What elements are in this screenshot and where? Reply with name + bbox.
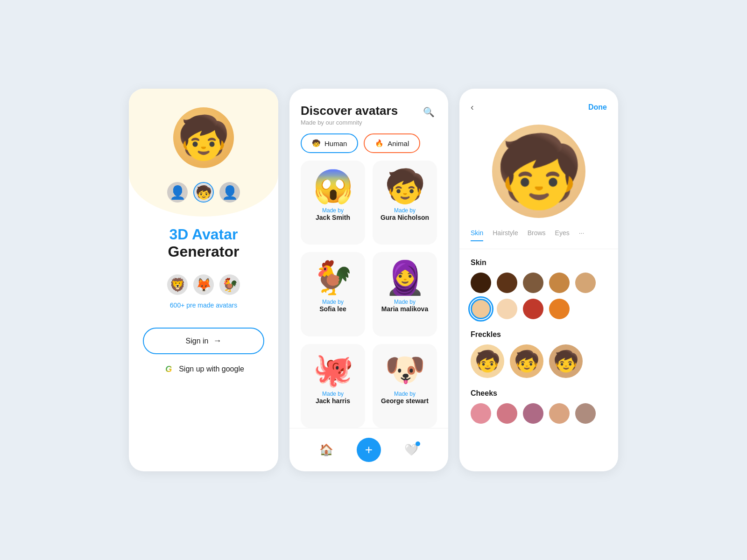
tab-eyes[interactable]: Eyes bbox=[555, 229, 570, 241]
screens-container: 🧒 👤 🧒 👤 3D Avatar Generator bbox=[129, 89, 618, 471]
avatar-thumb-2[interactable]: 🧒 bbox=[193, 182, 214, 203]
creator-name-gura: Gura Nicholson bbox=[381, 214, 429, 221]
made-by-label-6: Made by bbox=[394, 391, 416, 397]
cheek-color-1[interactable] bbox=[471, 403, 491, 424]
animal-thumb-lion[interactable]: 🦁 bbox=[167, 274, 188, 295]
freckle-option-1[interactable]: 🧒 bbox=[471, 344, 504, 378]
avatar-preview-area: 🧒 bbox=[459, 117, 618, 229]
done-button[interactable]: Done bbox=[588, 103, 607, 112]
back-button[interactable]: ‹ bbox=[471, 102, 474, 112]
card-emoji-george: 🐶 bbox=[385, 353, 425, 386]
home-nav-button[interactable]: 🏠 bbox=[319, 443, 333, 456]
skin-section-title: Skin bbox=[471, 259, 607, 267]
avatar-card-gura-nicholson[interactable]: 🧒 Made by Gura Nicholson bbox=[373, 161, 437, 245]
customize-tabs: Skin Hairstyle Brows Eyes ··· bbox=[459, 229, 618, 249]
cheek-color-3[interactable] bbox=[523, 403, 543, 424]
filter-tabs: 🧒 Human 🔥 Animal bbox=[289, 133, 448, 161]
avatar-card-sofia-lee[interactable]: 🐓 Made by Sofia lee bbox=[301, 252, 365, 336]
bottom-navigation: 🏠 + 🤍 bbox=[289, 428, 448, 471]
cheek-color-2[interactable] bbox=[497, 403, 517, 424]
card-emoji-jack-smith: 😱 bbox=[313, 170, 353, 203]
freckles-section-title: Freckles bbox=[471, 330, 607, 339]
discover-subtitle: Made by our commnity bbox=[301, 119, 398, 126]
skin-color-5[interactable] bbox=[575, 273, 596, 293]
animal-thumbnail-row: 🦁 🦊 🐓 bbox=[167, 274, 240, 295]
card-emoji-gura: 🧒 bbox=[385, 170, 425, 203]
big-avatar-emoji: 🧒 bbox=[495, 136, 583, 206]
human-tab-icon: 🧒 bbox=[312, 139, 321, 147]
hero-avatar: 🧒 bbox=[173, 107, 234, 168]
add-button[interactable]: + bbox=[357, 438, 381, 462]
cheek-color-5[interactable] bbox=[575, 403, 596, 424]
made-by-label-4: Made by bbox=[394, 299, 416, 305]
freckle-option-3[interactable]: 🧒 bbox=[549, 344, 583, 378]
big-avatar-preview: 🧒 bbox=[492, 125, 585, 218]
avatar-thumb-1[interactable]: 👤 bbox=[167, 182, 188, 203]
premade-count: 600+ pre made avatars bbox=[170, 301, 237, 309]
skin-color-3[interactable] bbox=[523, 273, 543, 293]
tab-skin[interactable]: Skin bbox=[471, 229, 483, 241]
tab-brows[interactable]: Brows bbox=[528, 229, 546, 241]
avatar-card-maria[interactable]: 🧕 Made by Maria malikova bbox=[373, 252, 437, 336]
sign-in-label: Sign in bbox=[186, 337, 209, 345]
discover-screen: Discover avatars Made by our commnity 🔍 … bbox=[289, 89, 448, 471]
skin-color-9[interactable] bbox=[549, 299, 570, 319]
creator-name-sofia: Sofia lee bbox=[319, 305, 346, 313]
filter-tab-human[interactable]: 🧒 Human bbox=[301, 133, 358, 153]
discover-header: Discover avatars Made by our commnity 🔍 bbox=[289, 89, 448, 133]
skin-color-2[interactable] bbox=[497, 273, 517, 293]
hero-emoji-face: 🧒 bbox=[177, 117, 230, 159]
app-title-black: Generator bbox=[168, 243, 240, 260]
skin-color-7[interactable] bbox=[497, 299, 517, 319]
login-body: 3D Avatar Generator 🦁 🦊 🐓 600+ pre made … bbox=[129, 226, 278, 453]
avatar-card-jack-harris[interactable]: 🐙 Made by Jack harris bbox=[301, 344, 365, 428]
search-button[interactable]: 🔍 bbox=[420, 104, 437, 120]
app-title-blue: 3D Avatar bbox=[168, 226, 240, 243]
tab-more[interactable]: ··· bbox=[579, 229, 585, 241]
animal-tab-icon: 🔥 bbox=[375, 139, 384, 147]
animal-thumb-chicken[interactable]: 🐓 bbox=[219, 274, 240, 295]
app-title: 3D Avatar Generator bbox=[168, 226, 240, 260]
skin-color-8[interactable] bbox=[523, 299, 543, 319]
avatar-grid: 😱 Made by Jack Smith 🧒 Made by Gura Nich… bbox=[289, 161, 448, 428]
made-by-label-2: Made by bbox=[394, 207, 416, 214]
tab-hairstyle[interactable]: Hairstyle bbox=[493, 229, 518, 241]
made-by-label-5: Made by bbox=[322, 391, 344, 397]
skin-color-4[interactable] bbox=[549, 273, 570, 293]
hero-background: 🧒 👤 🧒 👤 bbox=[129, 89, 278, 217]
avatar-thumb-3[interactable]: 👤 bbox=[219, 182, 240, 203]
filter-tab-animal[interactable]: 🔥 Animal bbox=[364, 133, 420, 153]
creator-name-maria: Maria malikova bbox=[381, 305, 428, 313]
card-emoji-sofia: 🐓 bbox=[313, 261, 353, 294]
animal-thumb-fox[interactable]: 🦊 bbox=[193, 274, 214, 295]
freckles-options-row: 🧒 🧒 🧒 bbox=[471, 344, 607, 378]
card-emoji-jack-harris: 🐙 bbox=[313, 353, 353, 386]
customize-header: ‹ Done bbox=[459, 89, 618, 117]
skin-color-grid bbox=[471, 273, 607, 319]
google-sign-up-button[interactable]: G Sign up with google bbox=[163, 364, 244, 375]
skin-color-1[interactable] bbox=[471, 273, 491, 293]
google-label: Sign up with google bbox=[179, 365, 244, 373]
creator-name-jack-smith: Jack Smith bbox=[316, 214, 350, 221]
cheek-color-4[interactable] bbox=[549, 403, 570, 424]
cheeks-color-grid bbox=[471, 403, 607, 424]
discover-title: Discover avatars bbox=[301, 104, 398, 118]
google-icon: G bbox=[163, 364, 174, 375]
freckle-option-2[interactable]: 🧒 bbox=[510, 344, 543, 378]
made-by-label-1: Made by bbox=[322, 207, 344, 214]
login-screen: 🧒 👤 🧒 👤 3D Avatar Generator bbox=[129, 89, 278, 471]
creator-name-george: George stewart bbox=[381, 397, 429, 405]
favorites-nav-button[interactable]: 🤍 bbox=[404, 443, 418, 456]
sign-in-arrow-icon: → bbox=[213, 336, 221, 346]
discover-header-text: Discover avatars Made by our commnity bbox=[301, 104, 398, 126]
avatar-card-george-stewart[interactable]: 🐶 Made by George stewart bbox=[373, 344, 437, 428]
animal-tab-label: Animal bbox=[388, 140, 409, 147]
customize-screen: ‹ Done 🧒 Skin Hairstyle Brows Eyes ··· S… bbox=[459, 89, 618, 471]
avatar-card-jack-smith[interactable]: 😱 Made by Jack Smith bbox=[301, 161, 365, 245]
human-tab-label: Human bbox=[324, 140, 347, 147]
creator-name-jack-harris: Jack harris bbox=[316, 397, 350, 405]
avatar-thumbnail-row: 👤 🧒 👤 bbox=[167, 182, 240, 203]
sign-in-button[interactable]: Sign in → bbox=[143, 328, 264, 354]
card-emoji-maria: 🧕 bbox=[385, 261, 425, 294]
skin-color-6-selected[interactable] bbox=[471, 299, 491, 319]
